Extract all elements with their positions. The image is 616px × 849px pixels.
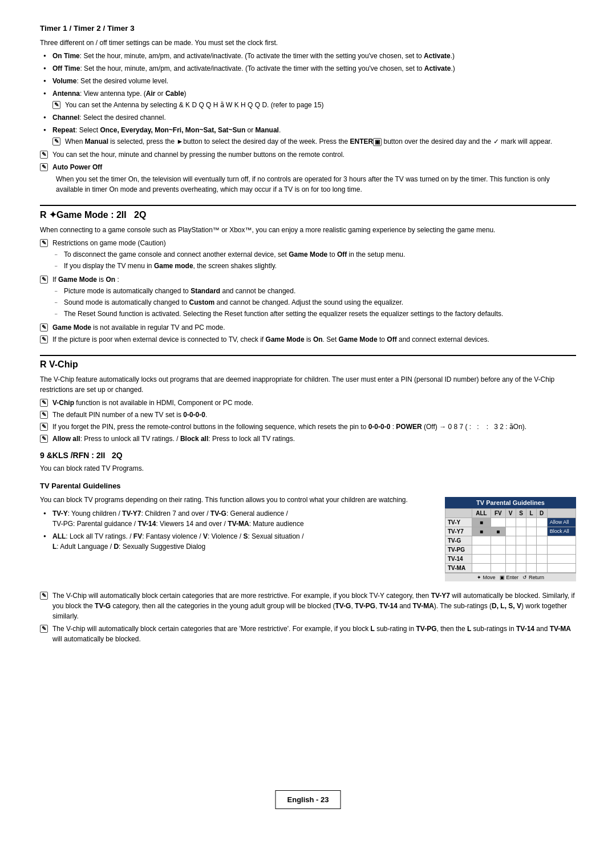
vchip-intro: The V-Chip feature automatically locks o…	[40, 374, 576, 395]
timer-section: Timer 1 / Timer 2 / Timer 3 Three differ…	[40, 23, 576, 195]
game-note-picture: Picture mode is automatically changed to…	[52, 286, 576, 296]
game-mode-section: R ✦Game Mode : 2II 2Q When connecting to…	[40, 205, 576, 345]
note-vchip-auto1: ✎ The V-Chip will automatically block ce…	[40, 591, 576, 621]
note-text-repeat: When Manual is selected, press the ►butt…	[65, 136, 576, 147]
tv-parental-table-caption: TV Parental Guidelines	[445, 497, 576, 508]
tv-ratings-bullet2: ALL: Lock all TV ratings. / FV: Fantasy …	[40, 531, 576, 552]
timer-bullet-offtime: Off Time: Set the hour, minute, am/pm, a…	[40, 63, 576, 74]
timer-title: Timer 1 / Timer 2 / Timer 3	[40, 23, 576, 34]
tv-parental-block: TV Parental Guidelines ALL FV V S L D	[40, 495, 576, 587]
tv-parental-title: TV Parental Guidelines	[40, 480, 576, 492]
note-game-mode-poor: ✎ If the picture is poor when external d…	[40, 334, 576, 345]
vchip-title: R V-Chip	[40, 355, 576, 370]
game-note-shakes: If you display the TV menu in Game mode,…	[52, 261, 576, 271]
auto-power-off-text: When you set the timer On, the televisio…	[40, 174, 576, 195]
page-wrapper: Timer 1 / Timer 2 / Timer 3 Three differ…	[40, 23, 576, 826]
timer-bullet-channel: Channel: Select the desired channel.	[40, 112, 576, 123]
note-game-mode-on: ✎ If Game Mode is On : Picture mode is a…	[40, 274, 576, 321]
tv-parental-footer: ✦ Move ▣ Enter ↺ Return	[445, 573, 576, 581]
note-text-antenna: You can set the Antenna by selecting & K…	[65, 100, 576, 110]
note-icon-repeat: ✎	[52, 136, 65, 147]
game-note-disconnect: To disconnect the game console and conne…	[52, 249, 576, 260]
note-vchip-forget: ✎ If you forget the PIN, press the remot…	[40, 422, 576, 432]
table-row-tvma: TV-MA	[445, 563, 576, 572]
timer-bullet-antenna: Antenna: View antenna type. (Air or Cabl…	[40, 88, 576, 110]
game-mode-title: R ✦Game Mode : 2II 2Q	[40, 205, 576, 220]
timer-bullet-ontime: On Time: Set the hour, minute, am/pm, an…	[40, 51, 576, 61]
timer-bullet-volume: Volume: Set the desired volume level.	[40, 76, 576, 86]
game-mode-intro: When connecting to a game console such a…	[40, 225, 576, 235]
note-icon-antenna: ✎	[52, 100, 65, 110]
timer-bullets: On Time: Set the hour, minute, am/pm, an…	[40, 51, 576, 147]
game-note-reset: The Reset Sound function is activated. S…	[52, 309, 576, 319]
vchip-section: R V-Chip The V-Chip feature automaticall…	[40, 355, 576, 644]
note-number-buttons: ✎ You can set the hour, minute and chann…	[40, 149, 576, 160]
note-vchip-auto2: ✎ The V-chip will automatically block ce…	[40, 624, 576, 644]
note-vchip-allowblock: ✎ Allow all: Press to unlock all TV rati…	[40, 434, 576, 444]
note-vchip-hdmi: ✎ V-Chip function is not available in HD…	[40, 398, 576, 408]
tv-ratings-bullet1: TV-Y: Young children / TV-Y7: Children 7…	[40, 508, 576, 529]
table-row-tv14: TV-14	[445, 554, 576, 563]
timer-bullet-repeat: Repeat: Select Once, Everyday, Mon~Fri, …	[40, 125, 576, 147]
vchip-lock-heading: 9 &KLS /RFN : 2II 2Q	[40, 450, 576, 462]
vchip-block-text: You can block rated TV Programs.	[40, 463, 576, 474]
note-game-mode-unavailable: ✎ Game Mode is not available in regular …	[40, 322, 576, 333]
timer-intro: Three different on / off timer settings …	[40, 38, 576, 48]
note-game-restrictions: ✎ Restrictions on game mode (Caution) To…	[40, 238, 576, 273]
note-vchip-pin: ✎ The default PIN number of a new TV set…	[40, 410, 576, 420]
game-note-sound: Sound mode is automatically changed to C…	[52, 297, 576, 308]
note-auto-power: ✎ Auto Power Off	[40, 162, 576, 172]
page-footer: English - 23	[275, 790, 341, 809]
